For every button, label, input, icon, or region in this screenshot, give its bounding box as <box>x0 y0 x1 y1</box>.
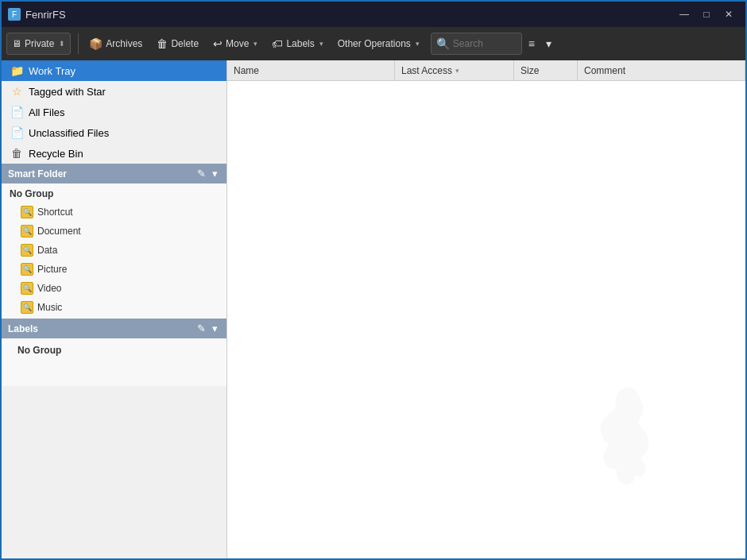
folder-item-label: Picture <box>37 264 67 275</box>
smart-folder-header: Smart Folder ✎ ▾ <box>2 164 226 183</box>
smart-folder-no-group: No Group <box>2 185 226 203</box>
view-toggle-button[interactable]: ≡ <box>524 31 540 56</box>
sidebar-item-label: Unclassified Files <box>29 127 109 139</box>
smart-folder-item-music[interactable]: 🔍 Music <box>2 298 226 317</box>
other-ops-label: Other Operations <box>338 38 411 49</box>
labels-no-group: No Group <box>10 342 219 359</box>
move-icon: ↩ <box>213 37 223 50</box>
labels-label: Labels <box>286 38 314 49</box>
archives-button[interactable]: 📦 Archives <box>83 31 149 56</box>
folder-item-icon: 🔍 <box>21 225 33 238</box>
smart-folder-item-shortcut[interactable]: 🔍 Shortcut <box>2 203 226 222</box>
col-header-comment[interactable]: Comment <box>578 60 745 80</box>
smart-folder-item-data[interactable]: 🔍 Data <box>2 241 226 260</box>
col-access-label: Last Access <box>401 65 452 76</box>
smart-folder-edit-btn[interactable]: ✎ <box>195 167 208 180</box>
close-button[interactable]: ✕ <box>718 6 739 22</box>
col-name-label: Name <box>234 65 259 76</box>
sidebar-item-label: Recycle Bin <box>29 148 83 160</box>
search-input[interactable] <box>453 38 517 49</box>
other-operations-button[interactable]: Other Operations ▾ <box>331 31 426 56</box>
smart-folder-label: Smart Folder <box>8 168 67 180</box>
drive-label: Private <box>25 38 54 49</box>
sidebar-item-recycle-bin[interactable]: 🗑 Recycle Bin <box>2 143 226 164</box>
watermark <box>586 381 682 495</box>
col-comment-label: Comment <box>584 65 625 76</box>
main-content: 📁 Work Tray ☆ Tagged with Star 📄 All Fil… <box>2 60 745 558</box>
folder-item-icon: 🔍 <box>21 206 33 218</box>
folder-item-label: Shortcut <box>37 207 73 218</box>
sidebar-item-tagged-star[interactable]: ☆ Tagged with Star <box>2 81 226 102</box>
labels-more-btn[interactable]: ▾ <box>210 322 220 335</box>
labels-edit-btn[interactable]: ✎ <box>195 322 208 335</box>
title-bar: F FenrirFS — □ ✕ <box>2 2 745 27</box>
folder-item-label: Music <box>37 302 62 313</box>
other-ops-arrow: ▾ <box>416 40 420 48</box>
sidebar-item-label: All Files <box>29 106 65 118</box>
title-bar-left: F FenrirFS <box>8 8 66 21</box>
delete-icon: 🗑 <box>157 37 168 50</box>
search-box: 🔍 <box>431 33 522 55</box>
view-dropdown-arrow: ▾ <box>546 37 552 50</box>
window-title: FenrirFS <box>25 9 66 21</box>
toolbar: 🖥 Private ⬍ 📦 Archives 🗑 Delete ↩ Move ▾… <box>2 27 745 60</box>
folder-item-label: Document <box>37 226 81 237</box>
drive-dropdown-arrow: ⬍ <box>59 40 65 48</box>
files-icon: 📄 <box>10 106 24 118</box>
column-headers: Name Last Access ▾ Size Comment <box>227 60 745 81</box>
main-window: F FenrirFS — □ ✕ 🖥 Private ⬍ 📦 Archives … <box>0 0 747 560</box>
labels-header-btns: ✎ ▾ <box>195 322 220 335</box>
folder-item-label: Video <box>37 283 61 294</box>
drive-selector[interactable]: 🖥 Private ⬍ <box>6 33 71 55</box>
folder-icon: 📁 <box>10 64 24 77</box>
smart-folder-item-video[interactable]: 🔍 Video <box>2 279 226 298</box>
labels-dropdown-arrow: ▾ <box>319 40 323 48</box>
title-bar-controls: — □ ✕ <box>674 6 739 22</box>
toolbar-sep-1 <box>78 33 79 54</box>
folder-item-icon: 🔍 <box>21 282 33 295</box>
sidebar-item-unclassified[interactable]: 📄 Unclassified Files <box>2 122 226 143</box>
folder-item-icon: 🔍 <box>21 263 33 276</box>
delete-button[interactable]: 🗑 Delete <box>150 31 205 56</box>
delete-label: Delete <box>171 38 199 49</box>
view-icon: ≡ <box>528 37 535 50</box>
folder-item-label: Data <box>37 245 57 256</box>
move-label: Move <box>226 38 249 49</box>
col-header-size[interactable]: Size <box>514 60 578 80</box>
sort-arrow: ▾ <box>455 67 459 75</box>
smart-folder-more-btn[interactable]: ▾ <box>210 167 220 180</box>
col-header-access[interactable]: Last Access ▾ <box>395 60 514 80</box>
smart-folder-inner: No Group 🔍 Shortcut 🔍 Document 🔍 Data <box>2 183 226 319</box>
content-area: Name Last Access ▾ Size Comment <box>227 60 745 558</box>
sidebar-item-work-tray[interactable]: 📁 Work Tray <box>2 60 226 81</box>
col-header-name[interactable]: Name <box>227 60 395 80</box>
smart-folder-header-btns: ✎ ▾ <box>195 167 220 180</box>
move-button[interactable]: ↩ Move ▾ <box>207 31 264 56</box>
view-dropdown-button[interactable]: ▾ <box>541 31 556 56</box>
smart-folder-item-document[interactable]: 🔍 Document <box>2 222 226 241</box>
labels-content: No Group <box>2 338 226 386</box>
labels-button[interactable]: 🏷 Labels ▾ <box>265 31 329 56</box>
app-icon: F <box>8 8 21 21</box>
maximize-button[interactable]: □ <box>696 6 717 22</box>
labels-header: Labels ✎ ▾ <box>2 319 226 338</box>
sidebar-item-label: Work Tray <box>29 65 75 77</box>
labels-icon: 🏷 <box>272 37 283 50</box>
labels-section-label: Labels <box>8 323 38 334</box>
minimize-button[interactable]: — <box>674 6 695 22</box>
col-size-label: Size <box>521 65 539 76</box>
archives-label: Archives <box>106 38 142 49</box>
trash-icon: 🗑 <box>10 147 24 160</box>
search-icon: 🔍 <box>436 37 450 50</box>
move-dropdown-arrow: ▾ <box>254 40 257 48</box>
labels-section: Labels ✎ ▾ No Group <box>2 319 226 386</box>
sidebar: 📁 Work Tray ☆ Tagged with Star 📄 All Fil… <box>2 60 227 558</box>
sidebar-item-all-files[interactable]: 📄 All Files <box>2 102 226 122</box>
smart-folder-scroll[interactable]: No Group 🔍 Shortcut 🔍 Document 🔍 Data <box>2 183 226 319</box>
drive-icon: 🖥 <box>12 38 21 49</box>
folder-item-icon: 🔍 <box>21 301 33 314</box>
star-icon: ☆ <box>10 85 24 98</box>
archives-icon: 📦 <box>89 37 103 50</box>
smart-folder-item-picture[interactable]: 🔍 Picture <box>2 260 226 279</box>
folder-item-icon: 🔍 <box>21 244 33 257</box>
